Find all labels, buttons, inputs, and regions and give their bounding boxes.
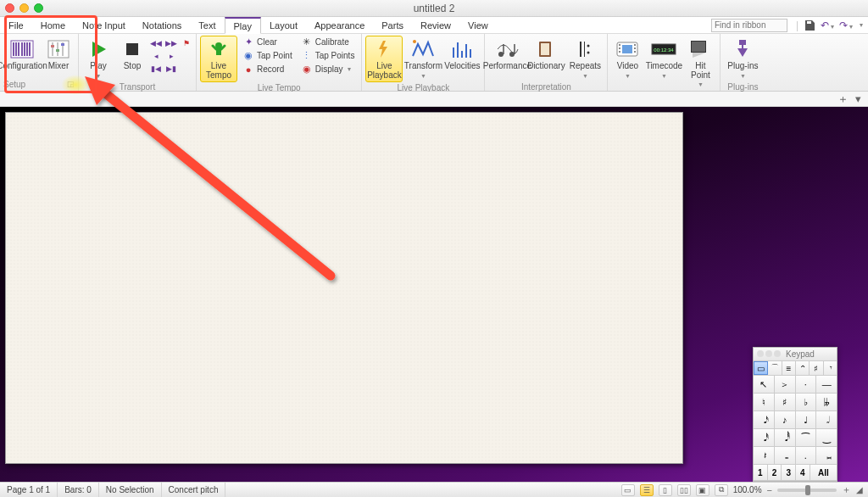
kp-voice-1[interactable]: 1 [754, 465, 768, 480]
display-button[interactable]: ◉Display▾ [298, 63, 359, 75]
live-playback-button[interactable]: Live Playback [365, 36, 403, 82]
svg-rect-47 [692, 42, 705, 52]
kp-note-8[interactable]: ♪ [775, 411, 796, 428]
calibrate-button[interactable]: ✳Calibrate [298, 36, 359, 48]
undo-icon[interactable]: ↶▾ [821, 20, 834, 31]
timecode-button[interactable]: 00:12:34 Timecode ▼ [645, 36, 682, 81]
kp-note-64[interactable]: 𝅘𝅥𝅱 [775, 429, 796, 446]
stop-button[interactable]: Stop [116, 36, 148, 74]
ribbon-search-input[interactable] [711, 19, 787, 32]
kp-voice-2[interactable]: 2 [768, 465, 782, 480]
rewind-fast-icon[interactable]: ◀◀ [150, 37, 162, 49]
record-button[interactable]: ●Record [239, 63, 296, 75]
record-flag-icon[interactable]: ⚑ [181, 37, 192, 49]
kp-note-4[interactable]: ♩ [796, 411, 817, 428]
live-tempo-button[interactable]: Live Tempo [200, 36, 237, 82]
kp-note-2[interactable]: 𝅗𝅥 [816, 411, 837, 428]
kp-slur[interactable]: ‿ [816, 429, 837, 446]
kp-tie[interactable]: ⁀ [796, 429, 817, 446]
keypad-titlebar[interactable]: Keypad [754, 348, 837, 361]
tab-view[interactable]: View [459, 17, 497, 33]
status-bars[interactable]: Bars: 0 [58, 483, 99, 497]
play-icon [86, 38, 111, 60]
keypad-layout-2[interactable]: ⌒ [768, 361, 782, 375]
quick-access-more[interactable]: ▾ [860, 21, 863, 29]
tab-note-input[interactable]: Note Input [74, 17, 134, 33]
rewind-icon[interactable]: ◂ [150, 50, 162, 62]
redo-icon[interactable]: ↷▾ [839, 20, 853, 31]
keypad-layout-5[interactable]: ♯ [810, 361, 823, 375]
tab-layout[interactable]: Layout [261, 17, 306, 33]
video-button[interactable]: Video ▼ [611, 36, 643, 81]
keypad-layout-1[interactable]: ▭ [754, 361, 768, 375]
keypad-layout-4[interactable]: ⌃ [796, 361, 810, 375]
tab-parts[interactable]: Parts [373, 17, 412, 33]
kp-voice-4[interactable]: 4 [796, 465, 810, 480]
plugins-button[interactable]: Plug-ins ▼ [724, 36, 761, 81]
keypad-layout-3[interactable]: ≡ [782, 361, 796, 375]
velocities-button[interactable]: Velocities [443, 36, 481, 74]
dictionary-button[interactable]: Dictionary [527, 36, 565, 74]
zoom-value[interactable]: 100.0% [733, 485, 762, 494]
kp-breve[interactable]: 𝅜 [816, 447, 837, 464]
zoom-out-icon[interactable]: − [767, 485, 772, 495]
play-button[interactable]: Play ▼ [82, 36, 114, 81]
keypad-panel[interactable]: Keypad ▭ ⌒ ≡ ⌃ ♯ 𝄾 ↖ ＞ · — ♮ ♯ ♭ 𝄫 𝅘𝅥𝅯 ♪… [753, 347, 837, 482]
configuration-button[interactable]: Configuration [3, 36, 41, 74]
kp-note-16[interactable]: 𝅘𝅥𝅯 [754, 411, 775, 428]
forward-icon[interactable]: ▸ [165, 50, 177, 62]
kp-voice-3[interactable]: 3 [782, 465, 796, 480]
repeats-button[interactable]: Repeats ▼ [566, 36, 604, 81]
kp-note-32[interactable]: 𝅘𝅥𝅰 [754, 429, 775, 446]
video-label: Video [617, 62, 638, 71]
view-single-icon[interactable]: ▯ [659, 484, 672, 496]
performance-button[interactable]: Performance [488, 36, 526, 74]
view-parts-icon[interactable]: ⧉ [715, 484, 728, 496]
view-spread-icon[interactable]: ▯▯ [677, 484, 691, 496]
hitpoint-button[interactable]: Hit Point ▼ [684, 36, 716, 90]
tab-text[interactable]: Text [190, 17, 224, 33]
add-tab-button[interactable]: ＋ [836, 92, 849, 107]
tab-home[interactable]: Home [32, 17, 74, 33]
mixer-button[interactable]: Mixer [42, 36, 75, 74]
stop-icon [120, 38, 145, 60]
kp-sharp[interactable]: ♯ [775, 394, 796, 410]
view-fit-icon[interactable]: ▣ [696, 484, 709, 496]
tab-appearance[interactable]: Appearance [306, 17, 373, 33]
keypad-layout-6[interactable]: 𝄾 [824, 361, 837, 375]
zoom-slider[interactable] [777, 489, 837, 492]
transform-button[interactable]: Transform ▼ [404, 36, 442, 81]
kp-cursor[interactable]: ↖ [754, 376, 775, 393]
timecode-label: Timecode [646, 62, 683, 71]
view-panorama-icon[interactable]: ☰ [640, 484, 654, 496]
zoom-in-icon[interactable]: ＋ [842, 483, 851, 496]
resize-grip-icon[interactable]: ◢ [856, 485, 863, 494]
kp-staccato[interactable]: · [796, 376, 817, 393]
tap-points-button[interactable]: ⋮Tap Points [298, 49, 359, 62]
forward-fast-icon[interactable]: ▶▶ [165, 37, 177, 49]
tab-menu-button[interactable]: ▾ [851, 92, 865, 105]
kp-whole[interactable]: 𝅝 [775, 447, 796, 464]
kp-rest[interactable]: 𝄽 [754, 447, 775, 464]
tab-file[interactable]: File [0, 17, 32, 33]
tap-point-button[interactable]: ◉Tap Point [239, 49, 296, 62]
score-page[interactable] [5, 112, 683, 464]
setup-launcher-icon[interactable]: ◲ [67, 80, 75, 89]
tab-notations[interactable]: Notations [134, 17, 190, 33]
kp-dot[interactable]: . [796, 447, 817, 464]
skip-end-icon[interactable]: ▶▮ [165, 63, 177, 75]
kp-voice-all[interactable]: All [810, 465, 837, 480]
kp-natural[interactable]: ♮ [754, 394, 775, 410]
kp-doubleflat[interactable]: 𝄫 [816, 394, 837, 410]
kp-tenuto[interactable]: — [816, 376, 837, 393]
tab-review[interactable]: Review [412, 17, 459, 33]
tab-play[interactable]: Play [225, 17, 261, 34]
kp-accent[interactable]: ＞ [775, 376, 796, 393]
kp-flat[interactable]: ♭ [796, 394, 817, 410]
save-icon[interactable] [804, 20, 815, 31]
skip-start-icon[interactable]: ▮◀ [150, 63, 162, 75]
clear-button[interactable]: ✦Clear [239, 36, 296, 48]
status-pitch[interactable]: Concert pitch [162, 483, 226, 497]
status-page[interactable]: Page 1 of 1 [0, 483, 58, 497]
view-page-icon[interactable]: ▭ [621, 484, 635, 496]
